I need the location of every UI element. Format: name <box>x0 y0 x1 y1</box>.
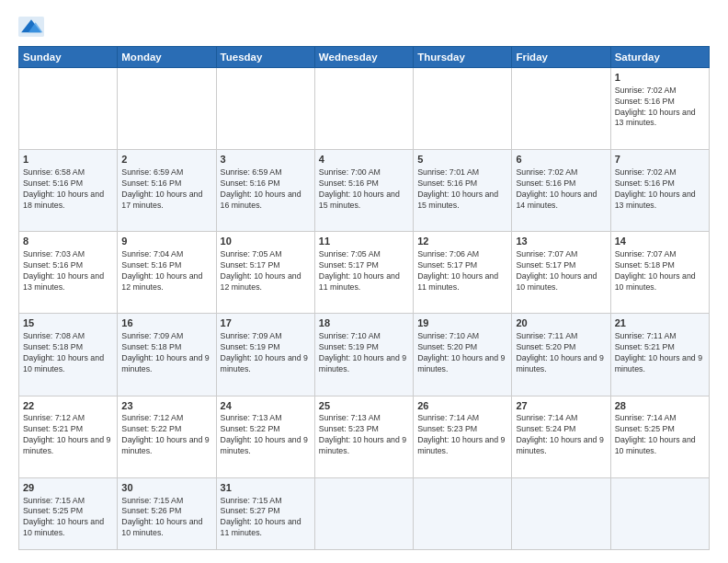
sunset-time: Sunset: 5:20 PM <box>417 342 477 351</box>
sunrise-time: Sunrise: 7:07 AM <box>516 249 577 259</box>
calendar-day-cell: 20Sunrise: 7:11 AMSunset: 5:20 PMDayligh… <box>512 314 610 396</box>
sunset-time: Sunset: 5:27 PM <box>221 506 280 515</box>
calendar-weekday-header: Monday <box>118 47 216 68</box>
daylight-hours: Daylight: 10 hours and 9 minutes. <box>516 353 603 373</box>
day-number: 1 <box>615 71 705 85</box>
calendar-day-cell: 5Sunrise: 7:01 AMSunset: 5:16 PMDaylight… <box>414 150 512 232</box>
sunset-time: Sunset: 5:17 PM <box>417 260 477 270</box>
sunset-time: Sunset: 5:17 PM <box>221 260 280 270</box>
daylight-hours: Daylight: 10 hours and 11 minutes. <box>417 271 498 292</box>
sunrise-time: Sunrise: 7:08 AM <box>23 331 85 340</box>
daylight-hours: Daylight: 10 hours and 9 minutes. <box>319 435 406 455</box>
day-number: 4 <box>319 153 409 167</box>
calendar-weekday-header: Friday <box>512 47 610 68</box>
day-number: 7 <box>615 153 705 167</box>
calendar-day-cell: 29Sunrise: 7:15 AMSunset: 5:25 PMDayligh… <box>19 477 118 549</box>
daylight-hours: Daylight: 10 hours and 9 minutes. <box>121 353 209 373</box>
calendar-body: 1Sunrise: 7:02 AMSunset: 5:16 PMDaylight… <box>19 68 710 550</box>
daylight-hours: Daylight: 10 hours and 9 minutes. <box>121 435 209 455</box>
sunset-time: Sunset: 5:24 PM <box>516 424 575 433</box>
calendar-week-row: 8Sunrise: 7:03 AMSunset: 5:16 PMDaylight… <box>19 232 710 314</box>
sunrise-time: Sunrise: 6:58 AM <box>23 167 85 177</box>
sunset-time: Sunset: 5:16 PM <box>516 178 575 188</box>
sunrise-time: Sunrise: 7:04 AM <box>121 249 183 259</box>
sunset-time: Sunset: 5:16 PM <box>221 178 280 188</box>
calendar-day-cell: 23Sunrise: 7:12 AMSunset: 5:22 PMDayligh… <box>118 396 216 477</box>
sunset-time: Sunset: 5:16 PM <box>23 260 83 270</box>
day-number: 19 <box>417 316 507 330</box>
day-number: 17 <box>221 316 311 330</box>
daylight-hours: Daylight: 10 hours and 17 minutes. <box>121 190 202 210</box>
calendar-day-cell: 24Sunrise: 7:13 AMSunset: 5:22 PMDayligh… <box>216 396 314 477</box>
sunrise-time: Sunrise: 7:07 AM <box>615 249 677 259</box>
daylight-hours: Daylight: 10 hours and 12 minutes. <box>121 271 202 292</box>
calendar-day-cell <box>19 68 118 150</box>
sunrise-time: Sunrise: 7:13 AM <box>319 413 381 422</box>
calendar-day-cell: 31Sunrise: 7:15 AMSunset: 5:27 PMDayligh… <box>216 477 314 549</box>
daylight-hours: Daylight: 10 hours and 9 minutes. <box>417 353 505 373</box>
day-number: 10 <box>221 235 311 248</box>
calendar-day-cell: 27Sunrise: 7:14 AMSunset: 5:24 PMDayligh… <box>512 396 610 477</box>
daylight-hours: Daylight: 10 hours and 13 minutes. <box>23 271 104 292</box>
calendar-day-cell: 2Sunrise: 6:59 AMSunset: 5:16 PMDaylight… <box>118 150 216 232</box>
sunset-time: Sunset: 5:25 PM <box>615 424 675 433</box>
daylight-hours: Daylight: 10 hours and 10 minutes. <box>23 353 104 373</box>
daylight-hours: Daylight: 10 hours and 14 minutes. <box>516 190 597 210</box>
day-number: 11 <box>319 235 409 248</box>
daylight-hours: Daylight: 10 hours and 9 minutes. <box>417 435 505 455</box>
day-number: 25 <box>319 399 409 413</box>
day-number: 28 <box>615 399 705 413</box>
calendar-day-cell <box>610 477 709 549</box>
calendar-day-cell: 26Sunrise: 7:14 AMSunset: 5:23 PMDayligh… <box>414 396 512 477</box>
calendar-week-row: 29Sunrise: 7:15 AMSunset: 5:25 PMDayligh… <box>19 477 710 549</box>
calendar-day-cell: 12Sunrise: 7:06 AMSunset: 5:17 PMDayligh… <box>414 232 512 314</box>
daylight-hours: Daylight: 10 hours and 9 minutes. <box>221 435 308 455</box>
calendar-day-cell: 7Sunrise: 7:02 AMSunset: 5:16 PMDaylight… <box>610 150 709 232</box>
sunrise-time: Sunrise: 6:59 AM <box>221 167 282 177</box>
sunset-time: Sunset: 5:16 PM <box>417 178 477 188</box>
day-number: 22 <box>23 399 113 413</box>
calendar-day-cell: 6Sunrise: 7:02 AMSunset: 5:16 PMDaylight… <box>512 150 610 232</box>
calendar-day-cell: 9Sunrise: 7:04 AMSunset: 5:16 PMDaylight… <box>118 232 216 314</box>
day-number: 3 <box>221 153 311 167</box>
sunrise-time: Sunrise: 7:11 AM <box>516 331 577 340</box>
daylight-hours: Daylight: 10 hours and 13 minutes. <box>615 108 696 128</box>
calendar-day-cell <box>414 477 512 549</box>
sunset-time: Sunset: 5:19 PM <box>221 342 280 351</box>
sunrise-time: Sunrise: 7:00 AM <box>319 167 381 177</box>
calendar-day-cell: 3Sunrise: 6:59 AMSunset: 5:16 PMDaylight… <box>216 150 314 232</box>
daylight-hours: Daylight: 10 hours and 13 minutes. <box>615 190 696 210</box>
sunrise-time: Sunrise: 7:03 AM <box>23 249 85 259</box>
sunrise-time: Sunrise: 7:15 AM <box>23 496 85 505</box>
calendar-week-row: 1Sunrise: 7:02 AMSunset: 5:16 PMDaylight… <box>19 68 710 150</box>
sunset-time: Sunset: 5:20 PM <box>516 342 575 351</box>
page-header <box>18 17 710 37</box>
sunset-time: Sunset: 5:16 PM <box>319 178 379 188</box>
calendar-day-cell <box>512 477 610 549</box>
sunset-time: Sunset: 5:22 PM <box>121 424 181 433</box>
sunrise-time: Sunrise: 7:12 AM <box>23 413 85 422</box>
daylight-hours: Daylight: 10 hours and 10 minutes. <box>516 271 597 292</box>
calendar-week-row: 15Sunrise: 7:08 AMSunset: 5:18 PMDayligh… <box>19 314 710 396</box>
calendar-day-cell: 1Sunrise: 7:02 AMSunset: 5:16 PMDaylight… <box>610 68 709 150</box>
calendar-day-cell <box>216 68 314 150</box>
sunset-time: Sunset: 5:16 PM <box>121 178 181 188</box>
calendar-day-cell: 15Sunrise: 7:08 AMSunset: 5:18 PMDayligh… <box>19 314 118 396</box>
sunset-time: Sunset: 5:25 PM <box>23 506 83 515</box>
day-number: 30 <box>121 481 211 495</box>
sunset-time: Sunset: 5:22 PM <box>221 424 280 433</box>
calendar-day-cell: 22Sunrise: 7:12 AMSunset: 5:21 PMDayligh… <box>19 396 118 477</box>
sunrise-time: Sunrise: 7:10 AM <box>319 331 381 340</box>
calendar-weekday-header: Wednesday <box>314 47 413 68</box>
calendar-table: SundayMondayTuesdayWednesdayThursdayFrid… <box>18 46 710 550</box>
sunrise-time: Sunrise: 7:05 AM <box>319 249 381 259</box>
sunrise-time: Sunrise: 7:09 AM <box>121 331 183 340</box>
daylight-hours: Daylight: 10 hours and 11 minutes. <box>221 517 301 537</box>
calendar-header-row: SundayMondayTuesdayWednesdayThursdayFrid… <box>19 47 710 68</box>
calendar-weekday-header: Sunday <box>19 47 118 68</box>
sunset-time: Sunset: 5:17 PM <box>516 260 575 270</box>
daylight-hours: Daylight: 10 hours and 9 minutes. <box>221 353 308 373</box>
sunset-time: Sunset: 5:16 PM <box>615 97 675 106</box>
calendar-day-cell <box>314 68 413 150</box>
day-number: 24 <box>221 399 311 413</box>
